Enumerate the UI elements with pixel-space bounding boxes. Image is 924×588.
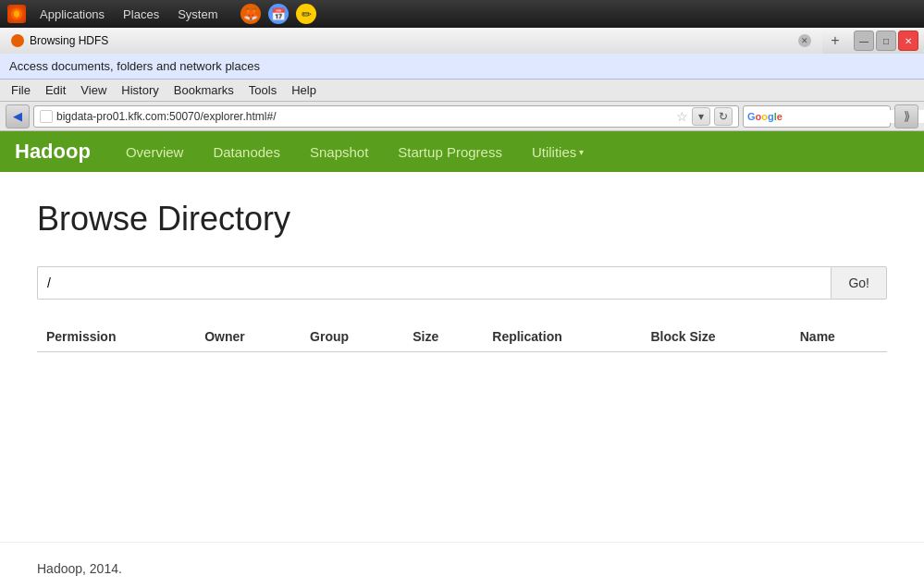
nav-utilities[interactable]: Utilities ▾ bbox=[519, 137, 597, 167]
col-replication: Replication bbox=[483, 322, 641, 352]
taskbar-quick-launch: 🦊 📅 ✏ bbox=[240, 4, 316, 24]
file-menu[interactable]: File bbox=[4, 81, 38, 99]
access-bar-text: Access documents, folders and network pl… bbox=[9, 59, 260, 73]
nav-bar: ◀ ☆ ▾ ↻ Google ▼ ⟫ bbox=[0, 102, 924, 131]
app-menu-icon[interactable] bbox=[7, 5, 26, 23]
access-bar: Access documents, folders and network pl… bbox=[0, 54, 924, 80]
minimize-button[interactable]: — bbox=[854, 31, 874, 51]
firefox-taskbar-icon[interactable]: 🦊 bbox=[240, 4, 261, 24]
col-permission: Permission bbox=[37, 322, 195, 352]
places-menu[interactable]: Places bbox=[118, 6, 164, 23]
title-bar: Browsing HDFS ✕ + — □ ✕ bbox=[0, 28, 924, 54]
footer-text: Hadoop, 2014. bbox=[37, 561, 122, 576]
nav-snapshot[interactable]: Snapshot bbox=[297, 137, 381, 167]
help-menu[interactable]: Help bbox=[284, 81, 324, 99]
calendar-taskbar-icon[interactable]: 📅 bbox=[268, 4, 289, 24]
nav-startup-progress[interactable]: Startup Progress bbox=[385, 137, 515, 167]
edit-taskbar-icon[interactable]: ✏ bbox=[296, 4, 316, 24]
back-button[interactable]: ◀ bbox=[6, 104, 30, 129]
nav-overview[interactable]: Overview bbox=[113, 137, 197, 167]
tools-menu[interactable]: Tools bbox=[241, 81, 284, 99]
os-taskbar: Applications Places System 🦊 📅 ✏ bbox=[0, 0, 924, 28]
active-tab[interactable]: Browsing HDFS ✕ bbox=[0, 28, 822, 54]
table-header-row: Permission Owner Group Size Replication … bbox=[37, 322, 887, 352]
directory-path-input[interactable] bbox=[37, 266, 831, 300]
window-controls: — □ ✕ bbox=[848, 28, 924, 54]
history-menu[interactable]: History bbox=[114, 81, 166, 99]
applications-menu[interactable]: Applications bbox=[35, 6, 109, 23]
directory-table: Permission Owner Group Size Replication … bbox=[37, 322, 887, 352]
view-menu[interactable]: View bbox=[73, 81, 114, 99]
search-bar: Google ▼ bbox=[743, 105, 891, 128]
close-button[interactable]: ✕ bbox=[898, 31, 918, 51]
go-button[interactable]: Go! bbox=[831, 266, 887, 300]
restore-button[interactable]: □ bbox=[876, 31, 896, 51]
url-dropdown-button[interactable]: ▾ bbox=[692, 107, 710, 126]
edit-menu[interactable]: Edit bbox=[38, 81, 73, 99]
utilities-dropdown-arrow: ▾ bbox=[579, 147, 584, 157]
bookmarks-menu[interactable]: Bookmarks bbox=[166, 81, 241, 99]
main-content: Browse Directory Go! Permission Owner Gr… bbox=[0, 172, 924, 542]
tab-title: Browsing HDFS bbox=[30, 34, 108, 47]
table-header: Permission Owner Group Size Replication … bbox=[37, 322, 887, 352]
search-engine-logo: Google bbox=[744, 111, 786, 122]
hadoop-navbar: Hadoop Overview Datanodes Snapshot Start… bbox=[0, 131, 924, 172]
browser-extra-button[interactable]: ⟫ bbox=[894, 104, 918, 129]
bookmark-star-icon[interactable]: ☆ bbox=[676, 109, 688, 124]
tab-favicon bbox=[11, 34, 24, 47]
hadoop-brand: Hadoop bbox=[15, 140, 91, 164]
col-owner: Owner bbox=[195, 322, 301, 352]
refresh-button[interactable]: ↻ bbox=[714, 107, 733, 126]
system-menu[interactable]: System bbox=[173, 6, 222, 23]
tab-close-button[interactable]: ✕ bbox=[798, 34, 811, 47]
menu-bar: File Edit View History Bookmarks Tools H… bbox=[0, 80, 924, 102]
col-name: Name bbox=[791, 322, 887, 352]
browser-chrome: Browsing HDFS ✕ + — □ ✕ Access documents… bbox=[0, 28, 924, 131]
url-favicon bbox=[40, 110, 53, 123]
nav-datanodes[interactable]: Datanodes bbox=[200, 137, 293, 167]
footer: Hadoop, 2014. bbox=[0, 542, 924, 588]
directory-input-row: Go! bbox=[37, 266, 887, 300]
url-bar: ☆ ▾ ↻ bbox=[33, 105, 739, 128]
col-size: Size bbox=[403, 322, 483, 352]
col-group: Group bbox=[301, 322, 403, 352]
col-block-size: Block Size bbox=[641, 322, 790, 352]
new-tab-button[interactable]: + bbox=[822, 28, 848, 54]
page-title: Browse Directory bbox=[37, 200, 887, 239]
url-input[interactable] bbox=[56, 110, 672, 123]
